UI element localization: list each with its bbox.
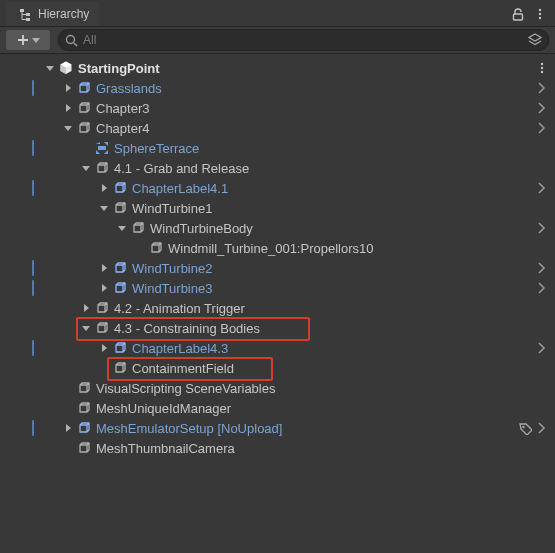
panel-title: Hierarchy xyxy=(38,7,89,21)
foldout-icon[interactable] xyxy=(116,222,128,234)
tree-label: ContainmentField xyxy=(130,362,234,375)
tree-label: MeshThumbnailCamera xyxy=(94,442,235,455)
foldout-icon[interactable] xyxy=(80,302,92,314)
chevron-right-icon xyxy=(535,121,549,135)
tree-label: Chapter3 xyxy=(94,102,149,115)
foldout-icon[interactable] xyxy=(80,322,92,334)
tree-label: Grasslands xyxy=(94,82,162,95)
foldout-icon[interactable] xyxy=(62,422,74,434)
tree-label: WindTurbine3 xyxy=(130,282,212,295)
tree-row-sec43[interactable]: 4.3 - Constraining Bodies xyxy=(0,318,555,338)
tree-row-chapter4[interactable]: Chapter4 xyxy=(0,118,555,138)
chevron-right-icon xyxy=(535,281,549,295)
gameobject-icon xyxy=(76,100,92,116)
foldout-icon[interactable] xyxy=(98,342,110,354)
hierarchy-icon xyxy=(16,5,34,23)
gameobject-icon xyxy=(112,360,128,376)
chevron-right-icon xyxy=(535,221,549,235)
chevron-right-icon xyxy=(535,101,549,115)
tree-label: ChapterLabel4.3 xyxy=(130,342,228,355)
foldout-icon[interactable] xyxy=(62,82,74,94)
tree-label: VisualScripting SceneVariables xyxy=(94,382,275,395)
scene-row[interactable]: StartingPoint xyxy=(0,58,555,78)
gameobject-icon xyxy=(112,180,128,196)
gameobject-icon xyxy=(112,200,128,216)
gameobject-icon xyxy=(94,300,110,316)
tree-row-windturbine3[interactable]: WindTurbine3 xyxy=(0,278,555,298)
foldout-icon[interactable] xyxy=(98,202,110,214)
tree-row-windturbine1[interactable]: WindTurbine1 xyxy=(0,198,555,218)
foldout-icon[interactable] xyxy=(98,262,110,274)
chevron-right-icon xyxy=(535,341,549,355)
gameobject-icon xyxy=(130,220,146,236)
gameobject-icon xyxy=(76,420,92,436)
chevron-right-icon xyxy=(535,421,549,435)
tree-row-chapterlabel41[interactable]: ChapterLabel4.1 xyxy=(0,178,555,198)
create-button[interactable] xyxy=(6,30,50,50)
tree-row-windturbinebody[interactable]: WindTurbineBody xyxy=(0,218,555,238)
tree-row-windturbine2[interactable]: WindTurbine2 xyxy=(0,258,555,278)
scene-name: StartingPoint xyxy=(76,62,160,75)
panel-menu-icon[interactable] xyxy=(531,5,549,23)
lock-icon[interactable] xyxy=(509,5,527,23)
search-icon xyxy=(63,32,79,48)
gameobject-icon xyxy=(148,240,164,256)
gameobject-icon xyxy=(76,440,92,456)
scene-icon xyxy=(58,60,74,76)
search-placeholder: All xyxy=(79,33,526,47)
foldout-icon[interactable] xyxy=(44,62,56,74)
gameobject-icon xyxy=(76,400,92,416)
gameobject-icon xyxy=(112,260,128,276)
tree-label: WindTurbineBody xyxy=(148,222,253,235)
tree-row-sphereterrace[interactable]: SphereTerrace xyxy=(0,138,555,158)
tree-label: WindTurbine2 xyxy=(130,262,212,275)
foldout-icon[interactable] xyxy=(80,162,92,174)
tree-row-sec41[interactable]: 4.1 - Grab and Release xyxy=(0,158,555,178)
tag-icon xyxy=(517,420,533,436)
tree-label: 4.3 - Constraining Bodies xyxy=(112,322,260,335)
tree-label: MeshEmulatorSetup [NoUpload] xyxy=(94,422,282,435)
tree-label: 4.2 - Animation Trigger xyxy=(112,302,245,315)
tree-row-chapter3[interactable]: Chapter3 xyxy=(0,98,555,118)
foldout-icon[interactable] xyxy=(98,282,110,294)
tree-label: ChapterLabel4.1 xyxy=(130,182,228,195)
tree-row-chapterlabel43[interactable]: ChapterLabel4.3 xyxy=(0,338,555,358)
gameobject-icon xyxy=(112,280,128,296)
tree-row-sec42[interactable]: 4.2 - Animation Trigger xyxy=(0,298,555,318)
panel-tab-hierarchy[interactable]: Hierarchy xyxy=(6,2,99,26)
search-input[interactable]: All xyxy=(58,29,549,51)
tree-row-containment[interactable]: ContainmentField xyxy=(0,358,555,378)
tree-label: Chapter4 xyxy=(94,122,149,135)
search-filter-icon[interactable] xyxy=(526,31,544,49)
gameobject-icon xyxy=(76,120,92,136)
tree-label: MeshUniqueIdManager xyxy=(94,402,231,415)
foldout-icon[interactable] xyxy=(62,102,74,114)
gameobject-icon xyxy=(112,340,128,356)
gameobject-icon xyxy=(76,80,92,96)
gameobject-icon xyxy=(94,160,110,176)
tree-label: Windmill_Turbine_001:Propellors10 xyxy=(166,242,373,255)
gameobject-icon xyxy=(94,320,110,336)
tree-row-meshthumb[interactable]: MeshThumbnailCamera xyxy=(0,438,555,458)
tree-row-windmill[interactable]: Windmill_Turbine_001:Propellors10 xyxy=(0,238,555,258)
row-menu-icon[interactable] xyxy=(535,61,549,75)
tree-label: 4.1 - Grab and Release xyxy=(112,162,249,175)
chevron-right-icon xyxy=(535,81,549,95)
tree-row-visualscripting[interactable]: VisualScripting SceneVariables xyxy=(0,378,555,398)
foldout-icon[interactable] xyxy=(62,122,74,134)
chevron-right-icon xyxy=(535,181,549,195)
foldout-icon[interactable] xyxy=(98,182,110,194)
tree-label: SphereTerrace xyxy=(112,142,199,155)
chevron-right-icon xyxy=(535,261,549,275)
gameobject-icon xyxy=(76,380,92,396)
prefab-icon xyxy=(94,140,110,156)
tree-label: WindTurbine1 xyxy=(130,202,212,215)
tree-row-grasslands[interactable]: Grasslands xyxy=(0,78,555,98)
tree-row-meshemu[interactable]: MeshEmulatorSetup [NoUpload] xyxy=(0,418,555,438)
tree-row-meshuniqueid[interactable]: MeshUniqueIdManager xyxy=(0,398,555,418)
